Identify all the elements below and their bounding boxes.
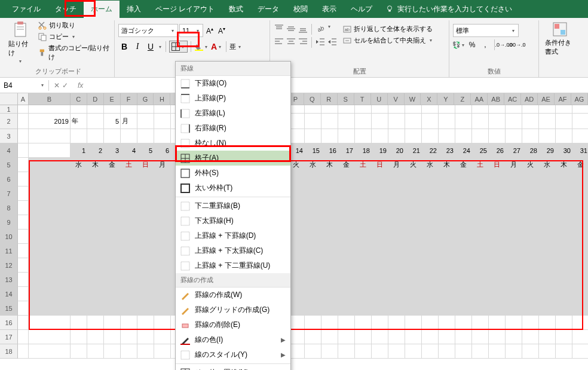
cell[interactable] (455, 114, 472, 129)
cell[interactable] (472, 186, 489, 201)
cell[interactable] (388, 258, 405, 273)
row-header[interactable]: 3 (0, 129, 18, 143)
cell[interactable]: 木 (321, 158, 338, 172)
tab-data[interactable]: データ (250, 1, 286, 18)
align-middle-icon[interactable] (286, 24, 296, 33)
cell[interactable] (338, 287, 355, 301)
cell[interactable] (472, 201, 489, 215)
tab-view[interactable]: 表示 (315, 1, 344, 18)
cell[interactable] (388, 344, 405, 359)
name-box[interactable]: B4▾ (0, 80, 49, 91)
cell[interactable] (455, 273, 472, 287)
cell[interactable] (29, 105, 71, 114)
cell[interactable] (137, 244, 154, 258)
cell[interactable] (87, 273, 104, 287)
cell[interactable]: 木 (556, 158, 572, 172)
cell[interactable] (405, 215, 422, 230)
cell[interactable] (321, 129, 338, 143)
cell[interactable] (29, 316, 71, 330)
cell[interactable] (154, 114, 171, 129)
menu-item-bottom[interactable]: 下罫線(O) (176, 76, 290, 91)
cell[interactable] (87, 330, 104, 344)
cell[interactable] (137, 215, 154, 230)
cell[interactable] (104, 301, 121, 316)
cell[interactable] (556, 301, 572, 316)
cell[interactable] (556, 316, 572, 330)
cell[interactable] (87, 258, 104, 273)
cell[interactable] (71, 215, 87, 230)
cell[interactable] (522, 201, 539, 215)
cell[interactable] (154, 215, 171, 230)
cell[interactable] (388, 230, 405, 244)
row-header[interactable]: 6 (0, 172, 18, 186)
cell[interactable] (355, 230, 372, 244)
column-header[interactable]: B (29, 93, 71, 105)
cell[interactable] (137, 172, 154, 186)
cell[interactable] (321, 330, 338, 344)
cell[interactable] (305, 244, 321, 258)
cell[interactable]: 2 (87, 143, 104, 158)
cell[interactable] (104, 344, 121, 359)
cell[interactable] (121, 201, 137, 215)
cell[interactable] (388, 301, 405, 316)
cell[interactable] (506, 316, 522, 330)
cell[interactable] (121, 273, 137, 287)
cell[interactable] (539, 258, 556, 273)
cell[interactable] (355, 244, 372, 258)
cell[interactable] (338, 201, 355, 215)
tab-insert[interactable]: 挿入 (120, 1, 148, 18)
cell[interactable] (539, 244, 556, 258)
cell[interactable] (572, 129, 588, 143)
cell[interactable] (305, 172, 321, 186)
cell[interactable] (472, 301, 489, 316)
cell[interactable] (305, 201, 321, 215)
cell[interactable]: 木 (439, 158, 455, 172)
cell[interactable] (556, 273, 572, 287)
cell[interactable]: 年 (71, 114, 87, 129)
cell[interactable] (137, 316, 154, 330)
cell[interactable] (572, 215, 588, 230)
cell[interactable] (455, 301, 472, 316)
cell[interactable] (29, 273, 71, 287)
row-header[interactable]: 10 (0, 230, 18, 244)
tab-help[interactable]: ヘルプ (344, 1, 379, 18)
cell[interactable] (18, 301, 29, 316)
cell[interactable] (455, 344, 472, 359)
cell[interactable] (388, 172, 405, 186)
cell[interactable] (121, 244, 137, 258)
decrease-indent-icon[interactable] (315, 37, 326, 47)
cell[interactable]: 月 (121, 114, 137, 129)
cell[interactable] (372, 129, 388, 143)
cell[interactable]: 3 (104, 143, 121, 158)
cell[interactable] (154, 301, 171, 316)
cell[interactable] (137, 258, 154, 273)
menu-item-top[interactable]: 上罫線(P) (176, 91, 290, 106)
cell[interactable] (154, 273, 171, 287)
cell[interactable] (422, 330, 439, 344)
cell[interactable] (71, 258, 87, 273)
cell[interactable] (489, 244, 506, 258)
cell[interactable] (556, 129, 572, 143)
menu-item-draw[interactable]: 罫線の作成(W) (176, 288, 290, 302)
cell[interactable] (405, 105, 422, 114)
cell[interactable] (29, 158, 71, 172)
cell[interactable] (355, 114, 372, 129)
cell[interactable] (405, 344, 422, 359)
cell[interactable] (455, 287, 472, 301)
cell[interactable] (572, 114, 588, 129)
cell[interactable] (472, 258, 489, 273)
font-color-button[interactable]: A▾ (210, 41, 223, 52)
menu-item-draw-grid[interactable]: 罫線グリッドの作成(G) (176, 302, 290, 317)
cell[interactable] (71, 129, 87, 143)
menu-item-top-bottom[interactable]: 上罫線 + 下罫線(D) (176, 228, 290, 243)
cancel-icon[interactable]: ✕ (54, 81, 60, 90)
cell[interactable] (572, 186, 588, 201)
cell[interactable] (388, 114, 405, 129)
cell[interactable] (338, 114, 355, 129)
cell[interactable]: 2019 (29, 114, 71, 129)
cell[interactable] (355, 129, 372, 143)
cell[interactable]: 4 (121, 143, 137, 158)
cell[interactable] (388, 316, 405, 330)
cell[interactable] (522, 287, 539, 301)
cell[interactable] (18, 344, 29, 359)
